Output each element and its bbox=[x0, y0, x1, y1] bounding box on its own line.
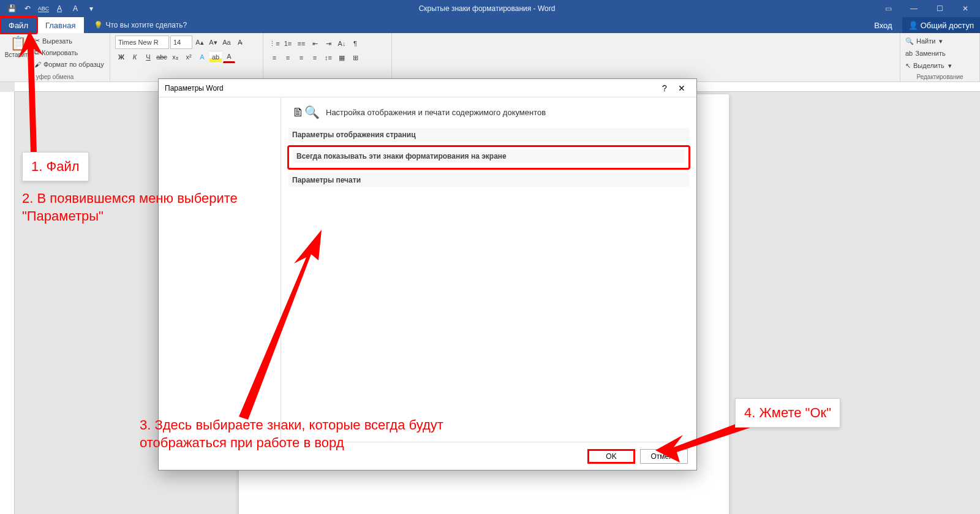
search-icon: 🔍 bbox=[905, 37, 914, 45]
paste-button[interactable]: 📋 Вставить bbox=[5, 36, 31, 69]
font-icon[interactable]: A bbox=[69, 2, 82, 15]
shading-button[interactable]: ▦ bbox=[336, 51, 348, 64]
replace-button[interactable]: abЗаменить bbox=[905, 48, 974, 59]
minimize-icon[interactable]: — bbox=[902, 0, 926, 17]
close-icon[interactable]: ✕ bbox=[953, 0, 978, 17]
word-options-dialog: Параметры Word ? ✕ 🗎🔍 Настройка отображе… bbox=[158, 78, 697, 471]
multilevel-button[interactable]: ≡≡ bbox=[295, 37, 307, 50]
strikethrough-button[interactable]: abc bbox=[156, 51, 168, 63]
dialog-title: Параметры Word bbox=[165, 84, 224, 93]
align-left-button[interactable]: ≡ bbox=[268, 51, 281, 64]
sort-button[interactable]: A↓ bbox=[336, 37, 348, 50]
dialog-heading: Настройка отображения и печати содержимо… bbox=[326, 108, 546, 117]
cursor-icon: ↖ bbox=[905, 62, 911, 70]
file-tab[interactable]: Файл bbox=[0, 17, 37, 33]
editing-group-label: Редактирование bbox=[900, 74, 979, 80]
save-icon[interactable]: 💾 bbox=[5, 2, 18, 15]
copy-button[interactable]: ⧉Копировать bbox=[34, 47, 104, 58]
title-bar: 💾 ↶ ABC A A ▾ Скрытые знаки форматирован… bbox=[0, 0, 980, 17]
dialog-close-icon[interactable]: ✕ bbox=[673, 83, 690, 93]
font-size-combo[interactable]: 14 bbox=[170, 36, 192, 49]
clear-formatting-button[interactable]: A̶ bbox=[234, 36, 246, 48]
highlight-button[interactable]: ab bbox=[209, 51, 222, 63]
share-button[interactable]: 👤 Общий доступ bbox=[902, 17, 980, 33]
paragraph-group: ⋮≡ 1≡ ≡≡ ⇤ ⇥ A↓ ¶ ≡ ≡ ≡ ≡ ↕≡ ▦ ⊞ bbox=[263, 33, 392, 81]
file-tab-label: Файл bbox=[9, 21, 28, 30]
grow-font-button[interactable]: A▴ bbox=[194, 36, 206, 48]
quick-access-toolbar: 💾 ↶ ABC A A ▾ bbox=[0, 2, 98, 15]
dialog-help-icon[interactable]: ? bbox=[656, 83, 673, 93]
line-spacing-button[interactable]: ↕≡ bbox=[322, 51, 334, 64]
ribbon-tabs: Файл Главная 💡 Что вы хотите сделать? Вх… bbox=[0, 17, 980, 33]
bold-button[interactable]: Ж bbox=[115, 51, 127, 63]
justify-button[interactable]: ≡ bbox=[309, 51, 321, 64]
brush-icon: 🖌 bbox=[34, 61, 41, 68]
tell-me-search[interactable]: 💡 Что вы хотите сделать? bbox=[84, 17, 187, 33]
share-label: Общий доступ bbox=[921, 21, 974, 30]
increase-indent-button[interactable]: ⇥ bbox=[322, 37, 334, 50]
select-button[interactable]: ↖Выделить▾ bbox=[905, 60, 974, 71]
format-painter-button[interactable]: 🖌Формат по образцу bbox=[34, 59, 104, 69]
font-color-button[interactable]: A bbox=[223, 51, 235, 63]
dialog-nav bbox=[159, 97, 281, 442]
copy-icon: ⧉ bbox=[34, 48, 39, 56]
font-name-combo[interactable]: Times New R bbox=[115, 36, 169, 49]
numbering-button[interactable]: 1≡ bbox=[282, 37, 294, 50]
tell-me-placeholder: Что вы хотите сделать? bbox=[105, 21, 187, 29]
find-button[interactable]: 🔍Найти▾ bbox=[905, 36, 974, 47]
font-group: Times New R 14 A▴ A▾ Aa A̶ Ж К Ч abc x₂ … bbox=[110, 33, 263, 81]
section-print-options: Параметры печати bbox=[288, 173, 689, 187]
spellcheck-icon[interactable]: ABC bbox=[37, 2, 50, 15]
ribbon-tab[interactable]: Главная bbox=[37, 17, 84, 33]
undo-icon[interactable]: ↶ bbox=[21, 2, 34, 15]
clipboard-group: 📋 Вставить ✂Вырезать ⧉Копировать 🖌Формат… bbox=[0, 33, 110, 81]
underline-button[interactable]: Ч bbox=[142, 51, 154, 63]
annotation-outline-formatting-marks: Всегда показывать эти знаки форматирован… bbox=[287, 145, 690, 170]
window-title: Скрытые знаки форматирования - Word bbox=[98, 4, 876, 13]
vertical-ruler[interactable] bbox=[0, 92, 15, 514]
shrink-font-button[interactable]: A▾ bbox=[207, 36, 219, 48]
clipboard-group-label: уфер обмена bbox=[0, 74, 110, 80]
lightbulb-icon: 💡 bbox=[94, 21, 103, 29]
cut-button[interactable]: ✂Вырезать bbox=[34, 36, 104, 46]
scissors-icon: ✂ bbox=[34, 37, 40, 45]
bullets-button[interactable]: ⋮≡ bbox=[268, 37, 281, 50]
italic-button[interactable]: К bbox=[129, 51, 141, 63]
dialog-content: 🗎🔍 Настройка отображения и печати содерж… bbox=[281, 97, 696, 442]
align-center-button[interactable]: ≡ bbox=[282, 51, 294, 64]
clipboard-icon: 📋 bbox=[10, 36, 26, 51]
subscript-button[interactable]: x₂ bbox=[169, 51, 181, 63]
borders-button[interactable]: ⊞ bbox=[349, 51, 361, 64]
paste-label: Вставить bbox=[5, 51, 31, 58]
text-effects-button[interactable]: A bbox=[196, 51, 208, 63]
editing-group: 🔍Найти▾ abЗаменить ↖Выделить▾ Редактиров… bbox=[900, 33, 980, 81]
superscript-button[interactable]: x² bbox=[183, 51, 195, 63]
show-marks-button[interactable]: ¶ bbox=[349, 37, 361, 50]
styles-group bbox=[392, 33, 900, 81]
display-settings-icon: 🗎🔍 bbox=[292, 105, 320, 119]
font-color-icon[interactable]: A bbox=[53, 2, 66, 15]
replace-icon: ab bbox=[905, 50, 913, 57]
ribbon-options-icon[interactable]: ▭ bbox=[876, 0, 900, 17]
customize-qat-icon[interactable]: ▾ bbox=[85, 2, 98, 15]
share-icon: 👤 bbox=[908, 21, 918, 30]
section-display-options: Параметры отображения страниц bbox=[288, 128, 689, 142]
ribbon: 📋 Вставить ✂Вырезать ⧉Копировать 🖌Формат… bbox=[0, 33, 980, 82]
signin-link[interactable]: Вход bbox=[865, 21, 900, 30]
change-case-button[interactable]: Aa bbox=[221, 36, 233, 48]
decrease-indent-button[interactable]: ⇤ bbox=[309, 37, 321, 50]
maximize-icon[interactable]: ☐ bbox=[927, 0, 952, 17]
section-formatting-marks: Всегда показывать эти знаки форматирован… bbox=[293, 149, 685, 163]
cancel-button[interactable]: Отмена bbox=[640, 449, 688, 464]
align-right-button[interactable]: ≡ bbox=[295, 51, 307, 64]
window-controls: ▭ — ☐ ✕ bbox=[876, 0, 980, 17]
ok-button[interactable]: OK bbox=[587, 449, 635, 464]
